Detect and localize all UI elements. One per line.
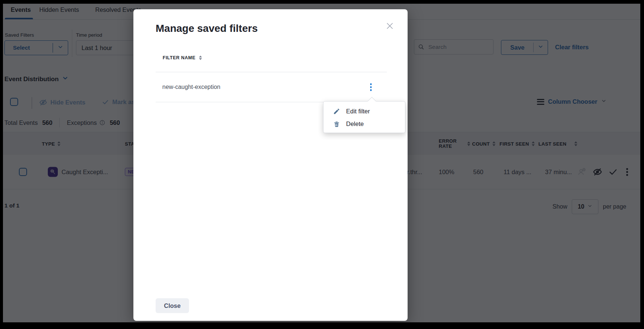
manage-saved-filters-modal: Manage saved filters FILTER NAME new-cau… xyxy=(133,9,408,321)
modal-title: Manage saved filters xyxy=(156,23,258,34)
saved-filter-name: new-caught-exception xyxy=(162,84,220,90)
sort-icon xyxy=(199,56,202,60)
filter-name-header-label: FILTER NAME xyxy=(163,55,196,60)
close-icon[interactable] xyxy=(385,21,394,30)
trash-icon xyxy=(333,120,340,127)
filter-name-header[interactable]: FILTER NAME xyxy=(163,55,202,60)
saved-filters-list: new-caught-exception xyxy=(156,72,387,102)
modal-close-button[interactable]: Close xyxy=(156,298,189,313)
edit-filter-menu-item[interactable]: Edit filter xyxy=(323,105,405,117)
pencil-icon xyxy=(333,108,340,115)
app-window: Events Hidden Events Resolved Events Sav… xyxy=(3,4,640,322)
delete-filter-menu-item[interactable]: Delete xyxy=(323,117,405,130)
delete-filter-label: Delete xyxy=(346,120,364,127)
edit-filter-label: Edit filter xyxy=(346,108,370,115)
filter-menu-kebab-icon[interactable] xyxy=(369,82,373,92)
filter-context-menu: Edit filter Delete xyxy=(323,101,405,133)
